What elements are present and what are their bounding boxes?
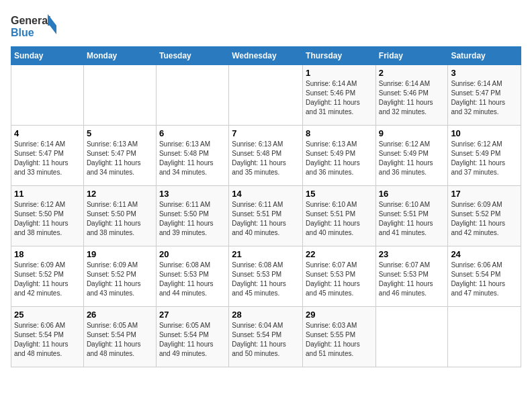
calendar-cell	[448, 307, 521, 367]
col-header-sunday: Sunday	[11, 47, 84, 65]
day-info: Sunrise: 6:12 AMSunset: 5:49 PMDaylight:…	[379, 140, 445, 177]
day-info: Sunrise: 6:13 AMSunset: 5:47 PMDaylight:…	[87, 140, 153, 177]
day-number: 3	[451, 68, 518, 78]
calendar-cell	[375, 307, 448, 367]
calendar-cell: 7Sunrise: 6:13 AMSunset: 5:48 PMDaylight…	[229, 126, 303, 186]
day-headers-row: SundayMondayTuesdayWednesdayThursdayFrid…	[11, 47, 521, 65]
day-number: 19	[87, 249, 153, 259]
calendar-week-4: 18Sunrise: 6:09 AMSunset: 5:52 PMDayligh…	[11, 246, 521, 307]
day-number: 8	[306, 128, 373, 138]
day-info: Sunrise: 6:09 AMSunset: 5:52 PMDaylight:…	[14, 261, 81, 298]
day-info: Sunrise: 6:06 AMSunset: 5:54 PMDaylight:…	[451, 261, 518, 298]
day-number: 14	[232, 189, 300, 199]
calendar-cell: 12Sunrise: 6:11 AMSunset: 5:50 PMDayligh…	[83, 186, 156, 246]
day-info: Sunrise: 6:07 AMSunset: 5:53 PMDaylight:…	[306, 261, 373, 298]
calendar-week-2: 4Sunrise: 6:14 AMSunset: 5:47 PMDaylight…	[11, 126, 521, 186]
svg-text:Blue: Blue	[11, 27, 34, 38]
day-number: 21	[232, 249, 300, 259]
calendar-cell: 24Sunrise: 6:06 AMSunset: 5:54 PMDayligh…	[448, 246, 521, 307]
calendar-week-3: 11Sunrise: 6:12 AMSunset: 5:50 PMDayligh…	[11, 186, 521, 246]
calendar-cell: 9Sunrise: 6:12 AMSunset: 5:49 PMDaylight…	[375, 126, 448, 186]
day-number: 2	[379, 68, 445, 78]
calendar-cell: 16Sunrise: 6:10 AMSunset: 5:51 PMDayligh…	[375, 186, 448, 246]
calendar-cell: 27Sunrise: 6:05 AMSunset: 5:54 PMDayligh…	[156, 307, 228, 367]
calendar-cell: 19Sunrise: 6:09 AMSunset: 5:52 PMDayligh…	[83, 246, 156, 307]
calendar-cell	[156, 65, 228, 126]
day-number: 17	[451, 189, 518, 199]
calendar-cell: 17Sunrise: 6:09 AMSunset: 5:52 PMDayligh…	[448, 186, 521, 246]
day-number: 6	[159, 128, 226, 138]
calendar-cell: 10Sunrise: 6:12 AMSunset: 5:49 PMDayligh…	[448, 126, 521, 186]
calendar-cell: 18Sunrise: 6:09 AMSunset: 5:52 PMDayligh…	[11, 246, 84, 307]
day-number: 16	[379, 189, 445, 199]
svg-marker-3	[50, 26, 56, 34]
day-info: Sunrise: 6:14 AMSunset: 5:47 PMDaylight:…	[451, 79, 518, 117]
calendar-cell: 14Sunrise: 6:11 AMSunset: 5:51 PMDayligh…	[229, 186, 303, 246]
day-number: 5	[87, 128, 153, 138]
calendar-cell: 1Sunrise: 6:14 AMSunset: 5:46 PMDaylight…	[303, 65, 376, 126]
day-info: Sunrise: 6:03 AMSunset: 5:55 PMDaylight:…	[306, 321, 373, 359]
col-header-thursday: Thursday	[303, 47, 376, 65]
calendar-cell: 8Sunrise: 6:13 AMSunset: 5:49 PMDaylight…	[303, 126, 376, 186]
calendar-cell	[11, 65, 84, 126]
calendar-cell: 3Sunrise: 6:14 AMSunset: 5:47 PMDaylight…	[448, 65, 521, 126]
day-number: 29	[306, 310, 373, 320]
svg-text:General: General	[11, 15, 51, 26]
calendar-week-1: 1Sunrise: 6:14 AMSunset: 5:46 PMDaylight…	[11, 65, 521, 126]
day-number: 24	[451, 249, 518, 259]
day-number: 1	[306, 68, 373, 78]
day-number: 11	[14, 189, 81, 199]
calendar-cell: 23Sunrise: 6:07 AMSunset: 5:53 PMDayligh…	[375, 246, 448, 307]
day-info: Sunrise: 6:11 AMSunset: 5:50 PMDaylight:…	[159, 200, 226, 238]
calendar-cell: 5Sunrise: 6:13 AMSunset: 5:47 PMDaylight…	[83, 126, 156, 186]
svg-marker-2	[48, 14, 56, 26]
day-info: Sunrise: 6:05 AMSunset: 5:54 PMDaylight:…	[87, 321, 153, 359]
day-info: Sunrise: 6:14 AMSunset: 5:47 PMDaylight:…	[14, 140, 81, 177]
day-info: Sunrise: 6:08 AMSunset: 5:53 PMDaylight:…	[232, 261, 300, 298]
day-number: 15	[306, 189, 373, 199]
calendar-cell: 21Sunrise: 6:08 AMSunset: 5:53 PMDayligh…	[229, 246, 303, 307]
day-info: Sunrise: 6:13 AMSunset: 5:48 PMDaylight:…	[159, 140, 226, 177]
calendar-week-5: 25Sunrise: 6:06 AMSunset: 5:54 PMDayligh…	[11, 307, 521, 367]
day-info: Sunrise: 6:14 AMSunset: 5:46 PMDaylight:…	[306, 79, 373, 117]
calendar-cell	[83, 65, 156, 126]
calendar-cell: 11Sunrise: 6:12 AMSunset: 5:50 PMDayligh…	[11, 186, 84, 246]
day-number: 18	[14, 249, 81, 259]
day-info: Sunrise: 6:14 AMSunset: 5:46 PMDaylight:…	[379, 79, 445, 117]
day-number: 13	[159, 189, 226, 199]
day-number: 9	[379, 128, 445, 138]
day-number: 26	[87, 310, 153, 320]
calendar-cell: 28Sunrise: 6:04 AMSunset: 5:54 PMDayligh…	[229, 307, 303, 367]
calendar-cell: 25Sunrise: 6:06 AMSunset: 5:54 PMDayligh…	[11, 307, 84, 367]
col-header-wednesday: Wednesday	[229, 47, 303, 65]
calendar-cell: 22Sunrise: 6:07 AMSunset: 5:53 PMDayligh…	[303, 246, 376, 307]
day-info: Sunrise: 6:13 AMSunset: 5:48 PMDaylight:…	[232, 140, 300, 177]
calendar-cell: 15Sunrise: 6:10 AMSunset: 5:51 PMDayligh…	[303, 186, 376, 246]
day-info: Sunrise: 6:11 AMSunset: 5:50 PMDaylight:…	[87, 200, 153, 238]
logo: GeneralBlue	[11, 11, 58, 41]
day-number: 28	[232, 310, 300, 320]
col-header-tuesday: Tuesday	[156, 47, 228, 65]
day-number: 10	[451, 128, 518, 138]
calendar-cell: 4Sunrise: 6:14 AMSunset: 5:47 PMDaylight…	[11, 126, 84, 186]
day-number: 12	[87, 189, 153, 199]
day-number: 27	[159, 310, 226, 320]
day-number: 23	[379, 249, 445, 259]
calendar-cell: 29Sunrise: 6:03 AMSunset: 5:55 PMDayligh…	[303, 307, 376, 367]
day-info: Sunrise: 6:06 AMSunset: 5:54 PMDaylight:…	[14, 321, 81, 359]
day-info: Sunrise: 6:09 AMSunset: 5:52 PMDaylight:…	[87, 261, 153, 298]
calendar-cell: 13Sunrise: 6:11 AMSunset: 5:50 PMDayligh…	[156, 186, 228, 246]
col-header-friday: Friday	[375, 47, 448, 65]
day-info: Sunrise: 6:09 AMSunset: 5:52 PMDaylight:…	[451, 200, 518, 238]
day-number: 20	[159, 249, 226, 259]
day-info: Sunrise: 6:05 AMSunset: 5:54 PMDaylight:…	[159, 321, 226, 359]
day-number: 4	[14, 128, 81, 138]
col-header-saturday: Saturday	[448, 47, 521, 65]
day-number: 22	[306, 249, 373, 259]
day-info: Sunrise: 6:13 AMSunset: 5:49 PMDaylight:…	[306, 140, 373, 177]
calendar-cell: 26Sunrise: 6:05 AMSunset: 5:54 PMDayligh…	[83, 307, 156, 367]
logo-icon: GeneralBlue	[11, 11, 58, 41]
day-info: Sunrise: 6:10 AMSunset: 5:51 PMDaylight:…	[379, 200, 445, 238]
day-number: 25	[14, 310, 81, 320]
day-info: Sunrise: 6:12 AMSunset: 5:50 PMDaylight:…	[14, 200, 81, 238]
